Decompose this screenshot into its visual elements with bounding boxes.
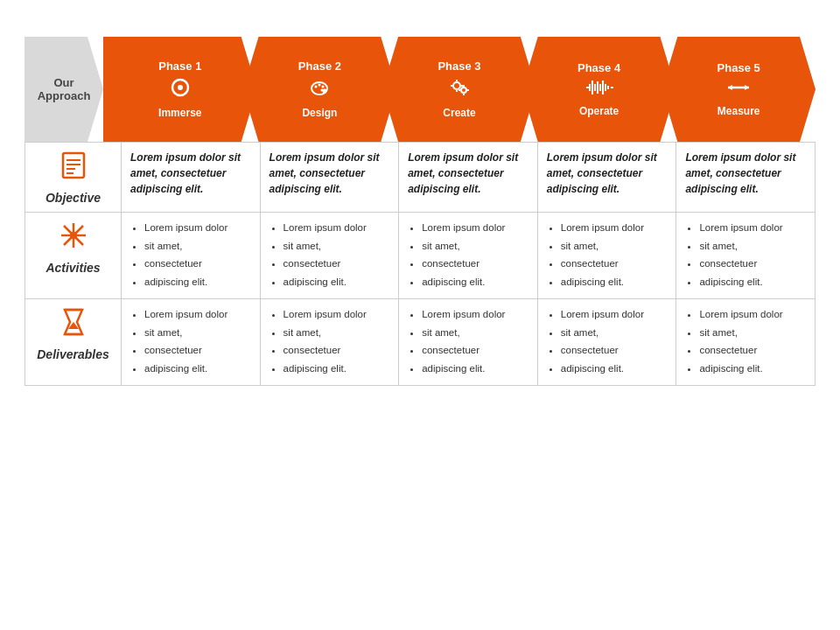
objective-icon bbox=[58, 150, 89, 187]
activities-label-cell: Activities bbox=[25, 213, 122, 299]
activities-cell-5: Lorem ipsum dolorsit amet,consectetuerad… bbox=[676, 213, 816, 299]
list-item: sit amet, bbox=[561, 325, 668, 342]
list-item: consectetuer bbox=[561, 342, 668, 360]
phase-icon-3 bbox=[447, 75, 472, 104]
row-objective: Objective Lorem ipsum dolor sit amet, co… bbox=[25, 143, 816, 213]
svg-point-7 bbox=[323, 89, 327, 94]
list-item: Lorem ipsum dolor bbox=[561, 306, 668, 324]
phase-name-2: Design bbox=[302, 107, 337, 119]
svg-point-1 bbox=[178, 85, 183, 90]
list-item: consectetuer bbox=[144, 256, 251, 273]
svg-marker-29 bbox=[728, 85, 732, 90]
row-activities: Activities Lorem ipsum dolorsit amet,con… bbox=[25, 213, 816, 299]
activities-cell-3: Lorem ipsum dolorsit amet,consectetuerad… bbox=[399, 213, 538, 299]
list-item: Lorem ipsum dolor bbox=[284, 306, 390, 324]
arrows-row: Phase 1 Immerse Phase 2 Design Phase 3 C… bbox=[103, 37, 816, 142]
list-item: Lorem ipsum dolor bbox=[144, 220, 251, 237]
phase-arrow-4: Phase 4 Operate bbox=[522, 37, 676, 142]
list-item: Lorem ipsum dolor bbox=[284, 220, 390, 237]
objective-cell-3: Lorem ipsum dolor sit amet, consectetuer… bbox=[399, 143, 538, 213]
phase-icon-4 bbox=[585, 77, 613, 102]
list-item: consectetuer bbox=[699, 342, 806, 360]
phase-name-3: Create bbox=[443, 107, 475, 119]
approach-label: OurApproach bbox=[24, 37, 103, 142]
svg-point-4 bbox=[318, 84, 321, 87]
phase-label-2: Phase 2 bbox=[298, 60, 341, 73]
deliverables-title: Deliverables bbox=[37, 347, 109, 361]
deliverables-icon bbox=[58, 306, 89, 344]
list-item: Lorem ipsum dolor bbox=[422, 220, 528, 237]
activities-cell-2: Lorem ipsum dolorsit amet,consectetuerad… bbox=[260, 213, 399, 299]
phase-name-5: Measure bbox=[718, 105, 760, 117]
list-item: Lorem ipsum dolor bbox=[699, 306, 806, 324]
svg-marker-31 bbox=[745, 85, 749, 90]
phase-icon-2 bbox=[307, 75, 332, 104]
svg-point-3 bbox=[315, 86, 318, 88]
deliverables-cell-1: Lorem ipsum dolorsit amet,consectetuerad… bbox=[122, 299, 261, 386]
list-item: adipiscing elit. bbox=[144, 274, 251, 291]
row-deliverables: Deliverables Lorem ipsum dolorsit amet,c… bbox=[25, 299, 816, 386]
phases-section: OurApproach Phase 1 Immerse Phase 2 Desi… bbox=[24, 37, 816, 142]
list-item: consectetuer bbox=[144, 342, 251, 360]
objective-cell-1: Lorem ipsum dolor sit amet, consectetuer… bbox=[122, 143, 261, 213]
list-item: sit amet, bbox=[422, 238, 528, 256]
phase-arrow-2: Phase 2 Design bbox=[243, 37, 397, 142]
list-item: adipiscing elit. bbox=[699, 360, 806, 378]
list-item: sit amet, bbox=[284, 325, 390, 342]
list-item: Lorem ipsum dolor bbox=[699, 220, 806, 237]
list-item: consectetuer bbox=[422, 342, 528, 360]
deliverables-cell-4: Lorem ipsum dolorsit amet,consectetuerad… bbox=[537, 299, 676, 386]
objective-cell-4: Lorem ipsum dolor sit amet, consectetuer… bbox=[537, 143, 676, 213]
list-item: consectetuer bbox=[699, 256, 806, 273]
phase-arrow-5: Phase 5 Measure bbox=[662, 37, 816, 142]
list-item: consectetuer bbox=[422, 256, 528, 273]
list-item: consectetuer bbox=[284, 342, 390, 360]
list-item: sit amet, bbox=[699, 238, 806, 256]
phase-name-1: Immerse bbox=[158, 107, 201, 119]
list-item: sit amet, bbox=[144, 238, 251, 256]
list-item: Lorem ipsum dolor bbox=[144, 306, 251, 324]
deliverables-cell-2: Lorem ipsum dolorsit amet,consectetuerad… bbox=[260, 299, 399, 386]
deliverables-cell-3: Lorem ipsum dolorsit amet,consectetuerad… bbox=[399, 299, 538, 386]
phase-arrow-1: Phase 1 Immerse bbox=[103, 37, 257, 142]
list-item: sit amet, bbox=[561, 238, 668, 256]
objective-cell-2: Lorem ipsum dolor sit amet, consectetuer… bbox=[260, 143, 399, 213]
list-item: consectetuer bbox=[561, 256, 668, 273]
list-item: sit amet, bbox=[144, 325, 251, 342]
activities-cell-4: Lorem ipsum dolorsit amet,consectetuerad… bbox=[537, 213, 676, 299]
phase-name-4: Operate bbox=[579, 105, 619, 117]
list-item: adipiscing elit. bbox=[561, 274, 668, 291]
list-item: adipiscing elit. bbox=[422, 274, 528, 291]
objective-label-cell: Objective bbox=[25, 143, 122, 213]
list-item: Lorem ipsum dolor bbox=[561, 220, 668, 237]
list-item: sit amet, bbox=[699, 325, 806, 342]
list-item: adipiscing elit. bbox=[699, 274, 806, 291]
objective-title: Objective bbox=[46, 191, 101, 205]
phase-icon-1 bbox=[168, 75, 192, 104]
content-table: Objective Lorem ipsum dolor sit amet, co… bbox=[24, 142, 816, 386]
deliverables-label-cell: Deliverables bbox=[25, 299, 122, 386]
activities-cell-1: Lorem ipsum dolorsit amet,consectetuerad… bbox=[122, 213, 261, 299]
phase-label-3: Phase 3 bbox=[438, 60, 480, 73]
svg-point-41 bbox=[70, 232, 77, 239]
list-item: Lorem ipsum dolor bbox=[422, 306, 528, 324]
svg-point-8 bbox=[453, 82, 460, 89]
list-item: adipiscing elit. bbox=[284, 274, 390, 291]
activities-title: Activities bbox=[46, 261, 100, 275]
phase-label-4: Phase 4 bbox=[578, 61, 620, 74]
phase-label-1: Phase 1 bbox=[158, 60, 201, 73]
list-item: sit amet, bbox=[284, 238, 390, 256]
list-item: adipiscing elit. bbox=[144, 360, 251, 378]
list-item: adipiscing elit. bbox=[422, 360, 528, 378]
svg-point-5 bbox=[322, 86, 325, 88]
activities-icon bbox=[58, 220, 89, 257]
objective-cell-5: Lorem ipsum dolor sit amet, consectetuer… bbox=[676, 143, 816, 213]
deliverables-cell-5: Lorem ipsum dolorsit amet,consectetuerad… bbox=[676, 299, 816, 386]
list-item: sit amet, bbox=[422, 325, 528, 342]
svg-point-9 bbox=[461, 88, 466, 93]
phase-label-5: Phase 5 bbox=[718, 61, 760, 74]
list-item: adipiscing elit. bbox=[561, 360, 668, 378]
list-item: consectetuer bbox=[284, 256, 390, 273]
phase-arrow-3: Phase 3 Create bbox=[382, 37, 536, 142]
phase-icon-5 bbox=[724, 77, 752, 102]
